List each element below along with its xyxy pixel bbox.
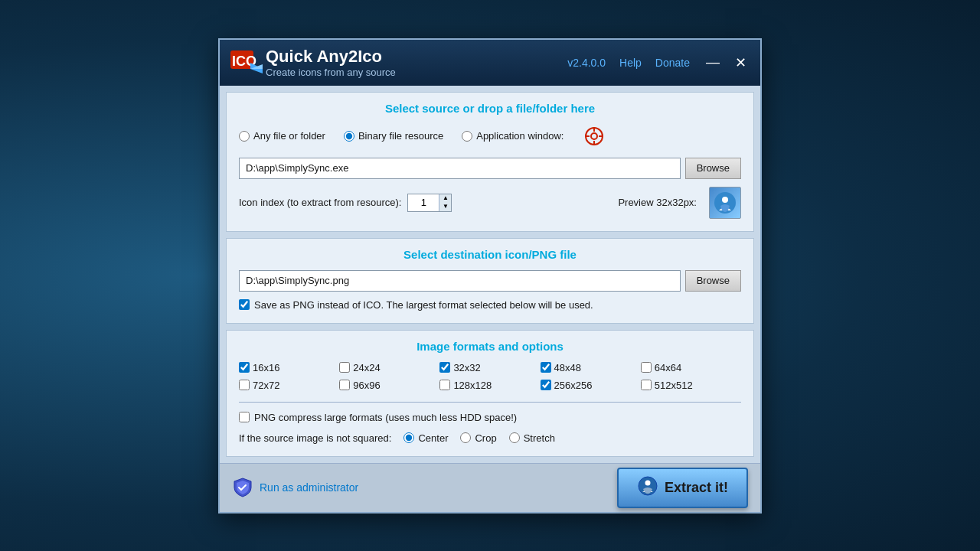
run-admin-section: Run as administrator	[232, 477, 617, 498]
source-radio-row: Any file or folder Binary file resource …	[239, 124, 741, 148]
crosshair-icon	[583, 126, 605, 147]
png-compress-checkbox[interactable]	[239, 412, 250, 422]
svg-point-3	[591, 133, 597, 139]
crosshair-button[interactable]	[582, 124, 606, 148]
app-subtitle: Create icons from any source	[266, 67, 567, 78]
destination-file-input[interactable]	[239, 270, 681, 292]
close-button[interactable]: ✕	[730, 52, 751, 73]
checkbox-128x128[interactable]	[439, 380, 450, 390]
align-stretch-option[interactable]: Stretch	[509, 432, 555, 444]
version-link[interactable]: v2.4.0.0	[567, 57, 606, 69]
radio-crop[interactable]	[460, 432, 471, 443]
radio-stretch[interactable]	[509, 432, 520, 443]
run-admin-link[interactable]: Run as administrator	[260, 481, 358, 494]
png-compress-label: PNG compress large formats (uses much le…	[254, 412, 517, 423]
source-browse-button[interactable]: Browse	[685, 158, 741, 179]
spinner-up-button[interactable]: ▲	[439, 194, 451, 203]
save-png-label: Save as PNG instead of ICO. The largest …	[254, 299, 593, 311]
format-48x48[interactable]: 48x48	[541, 362, 641, 373]
checkbox-24x24[interactable]	[339, 362, 350, 373]
format-32x32[interactable]: 32x32	[439, 362, 540, 373]
titlebar-links: v2.4.0.0 Help Donate	[567, 57, 690, 69]
extract-icon	[637, 475, 658, 500]
radio-binary-file[interactable]	[344, 131, 354, 142]
radio-any-text: Any file or folder	[253, 130, 325, 142]
window-controls: — ✕	[702, 52, 751, 73]
main-window: ICO Quick Any2Ico Create icons from any …	[218, 38, 762, 514]
formats-panel: Image formats and options 16x16 24x24 32…	[226, 330, 754, 457]
checkbox-96x96[interactable]	[339, 380, 350, 390]
spinner-buttons: ▲ ▼	[439, 194, 451, 211]
checkbox-16x16[interactable]	[239, 362, 250, 373]
source-panel: Select source or drop a file/folder here…	[226, 92, 754, 232]
icon-index-input[interactable]	[408, 194, 439, 211]
checkbox-256x256[interactable]	[541, 380, 551, 390]
checkbox-64x64[interactable]	[641, 362, 652, 373]
icon-index-label: Icon index (to extract from resource):	[239, 197, 401, 208]
preview-label: Preview 32x32px:	[618, 197, 697, 208]
spinner-down-button[interactable]: ▼	[439, 203, 451, 211]
format-64x64[interactable]: 64x64	[641, 362, 741, 373]
formats-grid: 16x16 24x24 32x32 48x48 64x64	[239, 362, 741, 391]
align-center-option[interactable]: Center	[403, 432, 448, 444]
formats-divider	[239, 402, 741, 403]
radio-any-file[interactable]	[239, 131, 250, 142]
svg-point-11	[645, 480, 650, 485]
source-panel-title: Select source or drop a file/folder here	[239, 102, 741, 115]
radio-binary-label[interactable]: Binary file resource	[344, 130, 443, 142]
app-title: Quick Any2Ico	[266, 47, 567, 67]
bottom-bar: Run as administrator Extract it!	[220, 463, 760, 512]
not-squared-label: If the source image is not squared:	[239, 432, 391, 444]
format-24x24[interactable]: 24x24	[339, 362, 439, 373]
format-96x96[interactable]: 96x96	[339, 380, 439, 391]
format-128x128[interactable]: 128x128	[439, 380, 540, 391]
radio-app-window[interactable]	[462, 131, 472, 142]
destination-panel: Select destination icon/PNG file Browse …	[226, 238, 754, 324]
shield-icon	[232, 477, 253, 498]
format-256x256[interactable]: 256x256	[541, 380, 641, 391]
checkbox-32x32[interactable]	[439, 362, 450, 373]
icon-index-spinner[interactable]: ▲ ▼	[407, 194, 452, 212]
help-link[interactable]: Help	[619, 57, 642, 69]
source-file-row: Browse	[239, 158, 741, 179]
radio-any-label[interactable]: Any file or folder	[239, 130, 325, 142]
format-512x512[interactable]: 512x512	[641, 380, 741, 391]
align-crop-option[interactable]: Crop	[460, 432, 496, 444]
formats-panel-title: Image formats and options	[239, 340, 741, 353]
destination-panel-title: Select destination icon/PNG file	[239, 248, 741, 261]
svg-point-9	[722, 197, 728, 203]
extract-button[interactable]: Extract it!	[617, 468, 748, 508]
source-file-input[interactable]	[239, 158, 681, 179]
titlebar: ICO Quick Any2Ico Create icons from any …	[220, 40, 760, 86]
preview-icon	[709, 187, 741, 219]
app-logo: ICO	[229, 44, 266, 81]
destination-file-row: Browse	[239, 270, 741, 292]
save-png-row: Save as PNG instead of ICO. The largest …	[239, 299, 741, 311]
extract-label: Extract it!	[665, 480, 728, 496]
minimize-button[interactable]: —	[702, 52, 724, 73]
radio-app-text: Application window:	[476, 130, 564, 142]
save-png-checkbox[interactable]	[239, 299, 250, 310]
format-72x72[interactable]: 72x72	[239, 380, 339, 391]
not-squared-row: If the source image is not squared: Cent…	[239, 432, 741, 444]
destination-browse-button[interactable]: Browse	[685, 270, 741, 292]
title-block: Quick Any2Ico Create icons from any sour…	[266, 47, 567, 78]
radio-app-label[interactable]: Application window:	[462, 130, 564, 142]
format-16x16[interactable]: 16x16	[239, 362, 339, 373]
png-compress-row: PNG compress large formats (uses much le…	[239, 412, 741, 423]
checkbox-512x512[interactable]	[641, 380, 652, 390]
donate-link[interactable]: Donate	[655, 57, 690, 69]
checkbox-72x72[interactable]	[239, 380, 250, 390]
main-content: Select source or drop a file/folder here…	[220, 92, 760, 457]
radio-center[interactable]	[403, 432, 414, 443]
radio-binary-text: Binary file resource	[358, 130, 443, 142]
checkbox-48x48[interactable]	[541, 362, 551, 373]
icon-index-row: Icon index (to extract from resource): ▲…	[239, 187, 741, 219]
